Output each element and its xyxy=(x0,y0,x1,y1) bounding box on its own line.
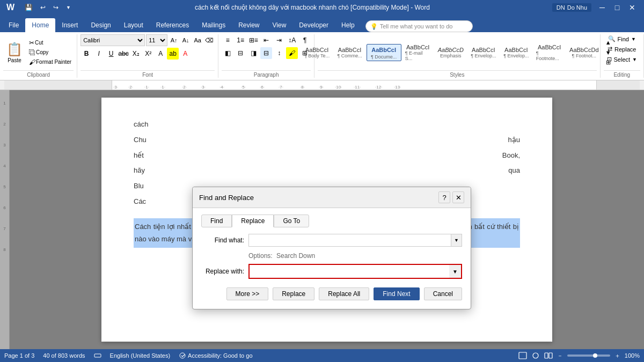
change-case-btn[interactable]: Aa xyxy=(192,35,203,45)
bold-btn[interactable]: B xyxy=(80,48,92,60)
tab-insert[interactable]: Insert xyxy=(55,18,84,32)
find-dropdown-arrow[interactable]: ▼ xyxy=(451,234,462,246)
align-center-btn[interactable]: ⊟ xyxy=(235,47,246,59)
find-button[interactable]: 🔍 Find ▼ xyxy=(605,34,639,43)
more-button[interactable]: More >> xyxy=(226,287,269,300)
replace-button-dialog[interactable]: Replace xyxy=(273,287,314,300)
page-count[interactable]: Page 1 of 3 xyxy=(4,352,34,359)
line-spacing-btn[interactable]: ↕ xyxy=(273,47,285,59)
style-footnote[interactable]: AaBbCcI ¶ Footnote... xyxy=(533,43,566,62)
maximize-btn[interactable]: □ xyxy=(610,0,625,15)
tab-help[interactable]: Help xyxy=(335,18,361,32)
dialog-tab-goto[interactable]: Go To xyxy=(274,215,309,227)
style-envelope2[interactable]: AaBbCcI ¶ Envelop... xyxy=(500,46,532,60)
format-painter-button[interactable]: 🖌 Format Painter xyxy=(27,58,74,67)
tab-references[interactable]: References xyxy=(150,18,195,32)
underline-btn[interactable]: U xyxy=(105,48,117,60)
tab-design[interactable]: Design xyxy=(84,18,117,32)
replace-with-input[interactable] xyxy=(250,265,449,278)
bullets-btn[interactable]: ≡ xyxy=(222,34,233,46)
multilevel-list-btn[interactable]: ⊞≡ xyxy=(247,34,259,46)
font-size-select[interactable]: 11 xyxy=(146,34,167,46)
paste-button[interactable]: 📋 Paste xyxy=(3,40,26,65)
font-name-select[interactable]: Calibri xyxy=(80,34,145,46)
tab-file[interactable]: File xyxy=(2,18,25,32)
subscript-btn[interactable]: X₂ xyxy=(130,48,142,60)
redo-quick-btn[interactable]: ↪ xyxy=(52,3,60,12)
svg-rect-2 xyxy=(519,352,526,359)
style-body-label: ¶ Body Te... xyxy=(304,53,330,58)
customize-quick-btn[interactable]: ▼ xyxy=(64,4,72,11)
style-comment[interactable]: AaBbCcI ¶ Comme... xyxy=(334,46,366,60)
minimize-btn[interactable]: ─ xyxy=(595,0,610,15)
style-env1-label: ¶ Envelop... xyxy=(471,53,496,58)
paste-label: Paste xyxy=(8,57,21,63)
find-what-row: Find what: ▼ xyxy=(201,234,462,247)
select-label: Select xyxy=(614,56,631,63)
clear-format-btn[interactable]: ⌫ xyxy=(204,35,215,45)
view-web-btn[interactable] xyxy=(531,352,540,359)
dialog-tab-find[interactable]: Find xyxy=(201,215,232,227)
style-document[interactable]: AaBbCcI ¶ Docume... xyxy=(367,44,401,61)
save-quick-btn[interactable]: 💾 xyxy=(23,3,34,12)
zoom-plus[interactable]: ＋ xyxy=(614,352,620,360)
sort-btn[interactable]: ↕A xyxy=(286,34,298,46)
style-body-text[interactable]: AaBbCcI ¶ Body Te... xyxy=(301,46,333,60)
cut-label: Cut xyxy=(35,40,43,46)
undo-quick-btn[interactable]: ↩ xyxy=(39,3,47,12)
word-icon: W xyxy=(4,2,17,13)
zoom-minus[interactable]: － xyxy=(557,352,563,360)
align-right-btn[interactable]: ◨ xyxy=(247,47,259,59)
tab-review[interactable]: Review xyxy=(232,18,266,32)
dialog-help-btn[interactable]: ? xyxy=(438,191,450,203)
select-button[interactable]: ⊡ Select ▼ xyxy=(604,55,641,64)
style-foot-preview: AaBbCcI xyxy=(538,44,561,50)
find-what-input[interactable] xyxy=(249,234,451,246)
style-emphasis[interactable]: AaBbCcD Emphasis xyxy=(435,46,467,60)
dialog-tab-replace[interactable]: Replace xyxy=(232,215,274,227)
dialog-close-btn[interactable]: ✕ xyxy=(452,191,464,203)
font-color-btn[interactable]: A xyxy=(179,48,191,60)
style-emphasis-label: Emphasis xyxy=(440,53,462,58)
tab-layout[interactable]: Layout xyxy=(118,18,150,32)
find-next-button[interactable]: Find Next xyxy=(374,287,419,300)
view-print-btn[interactable] xyxy=(518,352,527,359)
language-display[interactable]: English (United States) xyxy=(110,352,171,359)
close-btn[interactable]: ✕ xyxy=(625,0,640,15)
tell-me-input[interactable]: 💡 Tell me what you want to do xyxy=(365,20,473,32)
view-read-btn[interactable] xyxy=(544,352,553,359)
zoom-slider[interactable] xyxy=(567,354,610,357)
cancel-button[interactable]: Cancel xyxy=(424,287,462,300)
style-footnote2[interactable]: AaBbCcDd ¶ Footnot... xyxy=(566,46,602,60)
align-left-btn[interactable]: ◧ xyxy=(222,47,233,59)
text-effects-btn[interactable]: A xyxy=(155,48,166,60)
highlight-btn[interactable]: ab xyxy=(167,48,179,60)
italic-btn[interactable]: I xyxy=(93,48,105,60)
user-button[interactable]: DN Do Nhu xyxy=(552,3,591,12)
numbering-btn[interactable]: 1≡ xyxy=(235,34,246,46)
superscript-btn[interactable]: X² xyxy=(142,48,154,60)
tab-developer[interactable]: Developer xyxy=(292,18,335,32)
justify-btn[interactable]: ⊟ xyxy=(260,47,272,59)
tab-mailings[interactable]: Mailings xyxy=(195,18,232,32)
accessibility-status: Accessibility: Good to go xyxy=(179,352,252,359)
decrease-indent-btn[interactable]: ⇤ xyxy=(260,34,272,46)
font-grow-btn[interactable]: A↑ xyxy=(169,35,179,45)
style-envelope1[interactable]: AaBbCcI ¶ Envelop... xyxy=(467,46,500,60)
replace-all-button[interactable]: Replace All xyxy=(319,287,369,300)
strikethrough-btn[interactable]: abc xyxy=(118,48,129,60)
word-count[interactable]: 40 of 803 words xyxy=(43,352,85,359)
shading-btn[interactable]: 🖌 xyxy=(286,47,298,59)
style-email[interactable]: AaBbCcI ¶ E-mail S... xyxy=(402,43,434,62)
font-shrink-btn[interactable]: A↓ xyxy=(180,35,191,45)
replace-button[interactable]: ⇄ Replace xyxy=(604,45,639,54)
print-view-icon xyxy=(518,352,527,359)
replace-dropdown-btn[interactable]: ▼ xyxy=(449,265,461,278)
tab-view[interactable]: View xyxy=(266,18,293,32)
copy-button[interactable]: ⿻ Copy xyxy=(27,48,74,57)
cut-button[interactable]: ✂ Cut xyxy=(27,39,74,47)
format-painter-label: Format Painter xyxy=(36,59,71,65)
tab-home[interactable]: Home xyxy=(25,18,55,32)
zoom-level[interactable]: 100% xyxy=(625,352,640,359)
increase-indent-btn[interactable]: ⇥ xyxy=(273,34,285,46)
